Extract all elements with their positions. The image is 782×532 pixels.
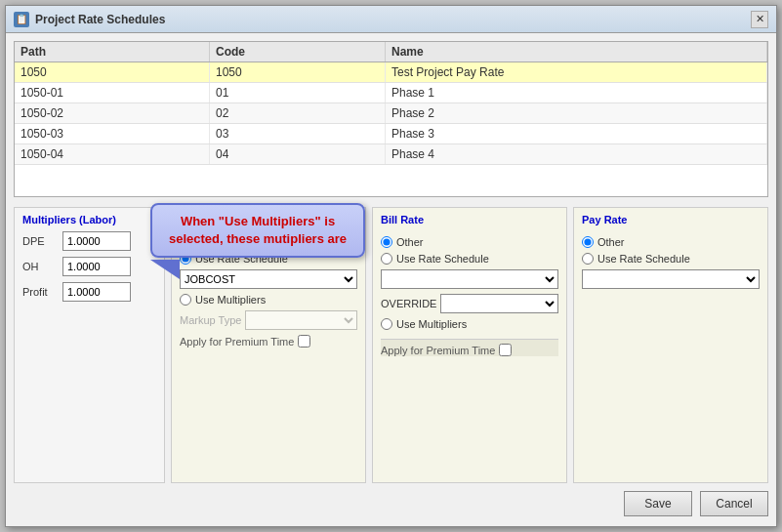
pay-rate-dropdown-row	[582, 269, 760, 289]
override-dropdown[interactable]	[440, 294, 558, 313]
window-icon: 📋	[14, 12, 29, 27]
table-header: Path Code Name	[15, 42, 767, 62]
cell-name: Phase 4	[386, 144, 767, 164]
table-row[interactable]: 1050 1050 Test Project Pay Rate	[15, 62, 767, 83]
profit-label: Profit	[22, 286, 57, 298]
bill-rate-rate-label: Use Rate Schedule	[396, 253, 489, 265]
lower-area: When "Use Multipliers" is selected, thes…	[14, 203, 768, 518]
override-row: OVERRIDE	[381, 294, 558, 313]
tooltip-line1: When "Use Multipliers" is	[181, 214, 335, 228]
table-row[interactable]: 1050-01 01 Phase 1	[15, 83, 767, 103]
cell-name: Phase 2	[386, 103, 767, 123]
bill-apply-premium-row: Apply for Premium Time	[381, 339, 558, 356]
pay-rate-rate-radio[interactable]	[582, 253, 594, 265]
close-button[interactable]: ✕	[751, 11, 768, 28]
bill-apply-premium-checkbox[interactable]	[499, 344, 512, 356]
bill-rate-other-label: Other	[396, 236, 424, 248]
window-title: Project Rate Schedules	[35, 13, 165, 26]
cell-code: 02	[210, 103, 386, 123]
pay-rate-rate-row: Use Rate Schedule	[582, 253, 760, 265]
pay-rate-other-label: Other	[597, 236, 625, 248]
bill-rate-dropdown[interactable]	[381, 269, 558, 289]
dpe-label: DPE	[22, 235, 57, 247]
rate-schedules-table: Path Code Name 1050 1050 Test Project Pa…	[14, 41, 768, 197]
main-window: 📋 Project Rate Schedules ✕ Path Code Nam…	[5, 5, 777, 527]
markup-type-row: Markup Type	[180, 310, 357, 330]
bill-rate-panel: Bill Rate Other Use Rate Schedule	[372, 207, 567, 483]
cell-code: 04	[210, 144, 386, 164]
bill-rate-other-radio[interactable]	[381, 236, 392, 248]
cell-name: Phase 3	[386, 124, 767, 143]
tooltip-tail	[150, 260, 180, 279]
bill-rate-multipliers-radio[interactable]	[381, 318, 392, 330]
bill-rate-multipliers-label: Use Multipliers	[396, 318, 467, 330]
cell-name: Test Project Pay Rate	[386, 62, 767, 82]
title-bar: 📋 Project Rate Schedules ✕	[6, 6, 776, 33]
bill-apply-premium-label: Apply for Premium Time	[381, 345, 495, 356]
oh-input[interactable]	[62, 257, 131, 276]
job-cost-dropdown[interactable]: JOBCOST	[180, 269, 357, 289]
oh-row: OH	[22, 257, 156, 276]
cell-path: 1050-03	[15, 124, 210, 143]
bill-rate-other-row: Other	[381, 236, 558, 248]
job-cost-dropdown-row: JOBCOST	[180, 269, 357, 289]
pay-rate-other-radio[interactable]	[582, 236, 594, 248]
job-cost-multipliers-row: Use Multipliers	[180, 294, 357, 306]
header-code: Code	[210, 42, 386, 61]
cell-path: 1050	[15, 62, 210, 82]
cell-name: Phase 1	[386, 83, 767, 102]
bill-rate-multipliers-row: Use Multipliers	[381, 318, 558, 330]
cell-path: 1050-02	[15, 103, 210, 123]
pay-rate-rate-label: Use Rate Schedule	[597, 253, 690, 265]
apply-premium-label: Apply for Premium Time	[180, 336, 294, 348]
panels-row: Multipliers (Labor) DPE OH Profit	[14, 207, 768, 483]
table-row[interactable]: 1050-02 02 Phase 2	[15, 103, 767, 124]
header-name: Name	[386, 42, 767, 61]
bottom-bar: Save Cancel	[14, 487, 768, 518]
dpe-row: DPE	[22, 231, 156, 251]
table-row[interactable]: 1050-03 03 Phase 3	[15, 124, 767, 144]
table-row[interactable]: 1050-04 04 Phase 4	[15, 144, 767, 165]
profit-input[interactable]	[62, 282, 131, 302]
tooltip-line2: selected, these mutipliers are	[169, 231, 347, 246]
tooltip-balloon: When "Use Multipliers" is selected, thes…	[150, 203, 365, 258]
job-cost-multipliers-label: Use Multipliers	[195, 294, 266, 306]
profit-row: Profit	[22, 282, 156, 302]
bill-rate-dropdown-row	[381, 269, 558, 289]
cancel-button[interactable]: Cancel	[700, 491, 768, 516]
override-label: OVERRIDE	[381, 298, 436, 309]
dpe-input[interactable]	[62, 231, 131, 251]
content-area: Path Code Name 1050 1050 Test Project Pa…	[6, 33, 776, 526]
pay-rate-other-row: Other	[582, 236, 760, 248]
bill-rate-rate-row: Use Rate Schedule	[381, 253, 558, 265]
markup-type-dropdown	[245, 310, 357, 330]
save-button[interactable]: Save	[624, 491, 692, 516]
pay-rate-dropdown[interactable]	[582, 269, 760, 289]
apply-premium-row: Apply for Premium Time	[180, 335, 357, 348]
bill-rate-rate-radio[interactable]	[381, 253, 392, 265]
pay-rate-title: Pay Rate	[582, 214, 760, 225]
apply-premium-checkbox[interactable]	[298, 335, 310, 348]
multipliers-panel: Multipliers (Labor) DPE OH Profit	[14, 207, 165, 483]
cell-path: 1050-04	[15, 144, 210, 164]
cell-path: 1050-01	[15, 83, 210, 102]
oh-label: OH	[22, 261, 57, 272]
cell-code: 03	[210, 124, 386, 143]
multipliers-title: Multipliers (Labor)	[22, 214, 156, 225]
header-path: Path	[15, 42, 210, 61]
bill-rate-title: Bill Rate	[381, 214, 558, 225]
cell-code: 01	[210, 83, 386, 102]
cell-code: 1050	[210, 62, 386, 82]
pay-rate-panel: Pay Rate Other Use Rate Schedule	[573, 207, 768, 483]
markup-type-label: Markup Type	[180, 314, 241, 326]
job-cost-multipliers-radio[interactable]	[180, 294, 191, 306]
